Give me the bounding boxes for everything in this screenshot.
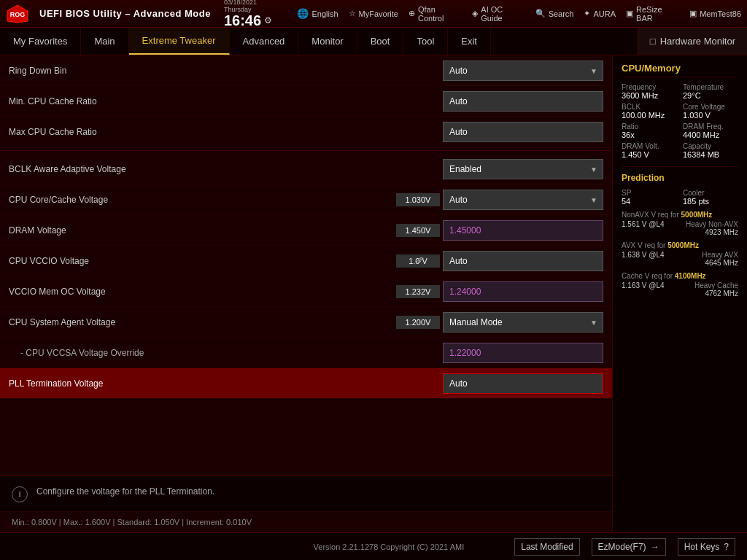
- bclk-aware-select[interactable]: EnabledDisabled: [443, 159, 603, 179]
- max-cpu-cache-input[interactable]: [443, 122, 603, 142]
- pred-side-label-1: Heavy AVX: [702, 251, 738, 259]
- hardware-monitor-panel: CPU/Memory Frequency 3600 MHz Temperatur…: [612, 55, 747, 532]
- tab-monitor[interactable]: Monitor: [298, 28, 357, 55]
- table-row[interactable]: - CPU VCCSA Voltage Override: [0, 338, 612, 368]
- action-search[interactable]: 🔍 Search: [535, 9, 574, 18]
- tab-main[interactable]: Main: [81, 28, 128, 55]
- capacity-label: Capacity: [683, 142, 738, 150]
- action-english[interactable]: 🌐 English: [297, 8, 338, 19]
- globe-icon: 🌐: [297, 8, 309, 19]
- tab-boot[interactable]: Boot: [357, 28, 404, 55]
- settings-gear-icon[interactable]: ⚙: [264, 16, 272, 26]
- table-row[interactable]: Min. CPU Cache Ratio: [0, 86, 612, 117]
- aioc-label: AI OC Guide: [481, 5, 525, 23]
- prediction-title: Prediction: [622, 173, 738, 183]
- row-label: CPU System Agent Voltage: [9, 317, 396, 327]
- min-cpu-cache-input[interactable]: [443, 91, 603, 112]
- hotkeys-btn[interactable]: Hot Keys ?: [678, 538, 735, 556]
- vccio-voltage-input[interactable]: [443, 251, 603, 271]
- action-memtest[interactable]: ▣ MemTest86: [689, 9, 741, 18]
- pred-main-val-2: 1.163 V @L4: [622, 281, 665, 289]
- date-display: 03/18/2021 Thursday: [224, 0, 285, 13]
- arrow-right-icon: →: [651, 542, 659, 552]
- svg-text:ROG: ROG: [10, 11, 26, 18]
- table-row[interactable]: VCCIO Mem OC Voltage 1.232V: [0, 276, 612, 307]
- action-resizebar[interactable]: ▣ ReSize BAR: [626, 5, 679, 23]
- logo-area: ROG: [6, 4, 29, 24]
- action-qfan[interactable]: ⊕ Qfan Control: [409, 5, 462, 23]
- pll-termination-input[interactable]: [443, 373, 603, 394]
- info-icon: i: [12, 486, 28, 502]
- cpu-core-badge: 1.030V: [396, 193, 440, 206]
- row-label: Min. CPU Cache Ratio: [9, 96, 443, 106]
- pred-side-label-2: Heavy Cache: [694, 281, 738, 289]
- app-title: UEFI BIOS Utility – Advanced Mode: [39, 8, 211, 19]
- dram-freq-value: 4400 MHz: [683, 131, 738, 139]
- row-label: Ring Down Bin: [9, 66, 443, 76]
- pred-value-row-1: 1.638 V @L4 Heavy AVX: [622, 251, 738, 259]
- table-row[interactable]: DRAM Voltage 1.450V: [0, 215, 612, 246]
- dram-voltage-input[interactable]: [443, 220, 603, 241]
- table-row[interactable]: CPU Core/Cache Voltage 1.030V AutoManual…: [0, 184, 612, 215]
- main-content: Ring Down Bin AutoEnabledDisabled Min. C…: [0, 55, 747, 532]
- table-row[interactable]: PLL Termination Voltage: [0, 368, 612, 399]
- cpu-core-select-wrapper: AutoManual ModeOffset Mode: [443, 190, 603, 210]
- pred-label-2: Cache V req for 4100MHz: [622, 271, 738, 281]
- tab-tool[interactable]: Tool: [403, 28, 448, 55]
- table-row[interactable]: CPU VCCIO Voltage 1.0 🖇V: [0, 246, 612, 276]
- hotkeys-label: Hot Keys: [684, 542, 720, 552]
- capacity-group: Capacity 16384 MB: [683, 142, 738, 159]
- cooler-value: 185 pts: [683, 197, 738, 206]
- pred-main-val-0: 1.561 V @L4: [622, 220, 665, 228]
- question-icon: ?: [724, 542, 729, 552]
- myfavorite-label: MyFavorite: [359, 9, 398, 18]
- sys-agent-select-wrapper: Manual ModeAutoOffset Mode: [443, 312, 603, 332]
- description-area: i Configure the voltage for the PLL Term…: [0, 475, 612, 511]
- sys-agent-badge: 1.200V: [396, 316, 440, 329]
- action-aura[interactable]: ✦ AURA: [584, 9, 616, 18]
- sys-agent-select[interactable]: Manual ModeAutoOffset Mode: [443, 312, 603, 332]
- cpu-memory-section-title: CPU/Memory: [622, 63, 738, 77]
- english-label: English: [311, 9, 338, 18]
- tab-advanced[interactable]: Advanced: [230, 28, 299, 55]
- frequency-group: Frequency 3600 MHz: [622, 83, 677, 100]
- tab-extreme-tweaker[interactable]: Extreme Tweaker: [129, 28, 230, 55]
- cooler-label: Cooler: [683, 189, 738, 197]
- pred-label-0: NonAVX V req for 5000MHz: [622, 210, 738, 219]
- ring-down-bin-select[interactable]: AutoEnabledDisabled: [443, 61, 603, 81]
- pred-value-row-2: 1.163 V @L4 Heavy Cache: [622, 281, 738, 289]
- vccsa-override-input[interactable]: [443, 343, 603, 363]
- row-label: PLL Termination Voltage: [9, 378, 443, 389]
- datetime-area: 03/18/2021 Thursday 16:46 ⚙: [224, 0, 285, 28]
- temperature-group: Temperature 29°C: [683, 83, 738, 100]
- dram-volt-value: 1.450 V: [622, 150, 677, 159]
- table-row[interactable]: Ring Down Bin AutoEnabledDisabled: [0, 55, 612, 86]
- dram-freq-label: DRAM Freq.: [683, 122, 738, 131]
- aura-label: AURA: [593, 9, 616, 18]
- bclk-value: 100.00 MHz: [622, 111, 677, 120]
- ratio-label: Ratio: [622, 122, 677, 131]
- search-icon: 🔍: [535, 9, 546, 18]
- action-aioc[interactable]: ◈ AI OC Guide: [472, 5, 525, 23]
- left-panel: Ring Down Bin AutoEnabledDisabled Min. C…: [0, 55, 612, 532]
- memtest-label: MemTest86: [700, 9, 741, 18]
- prediction-item-2: Cache V req for 4100MHz 1.163 V @L4 Heav…: [622, 271, 738, 298]
- tab-exit[interactable]: Exit: [448, 28, 491, 55]
- ezmode-btn[interactable]: EzMode(F7) →: [592, 538, 666, 556]
- footer-actions: Last Modified EzMode(F7) → Hot Keys ?: [514, 538, 735, 556]
- table-row[interactable]: BCLK Aware Adaptive Voltage EnabledDisab…: [0, 154, 612, 184]
- table-row[interactable]: CPU System Agent Voltage 1.200V Manual M…: [0, 307, 612, 338]
- action-myfavorite[interactable]: ☆ MyFavorite: [349, 9, 398, 18]
- ratio-group: Ratio 36x: [622, 122, 677, 139]
- vccio-mem-input[interactable]: [443, 281, 603, 302]
- tab-my-favorites[interactable]: My Favorites: [0, 28, 81, 55]
- core-voltage-group: Core Voltage 1.030 V: [683, 103, 738, 120]
- ezmode-label: EzMode(F7): [598, 542, 646, 552]
- last-modified-btn[interactable]: Last Modified: [514, 538, 579, 556]
- table-row[interactable]: Max CPU Cache Ratio: [0, 117, 612, 147]
- cpu-core-select[interactable]: AutoManual ModeOffset Mode: [443, 190, 603, 210]
- hardware-monitor-tab[interactable]: □ Hardware Monitor: [638, 28, 747, 55]
- core-voltage-label: Core Voltage: [683, 103, 738, 111]
- frequency-label: Frequency: [622, 83, 677, 91]
- cooler-group: Cooler 185 pts: [683, 189, 738, 206]
